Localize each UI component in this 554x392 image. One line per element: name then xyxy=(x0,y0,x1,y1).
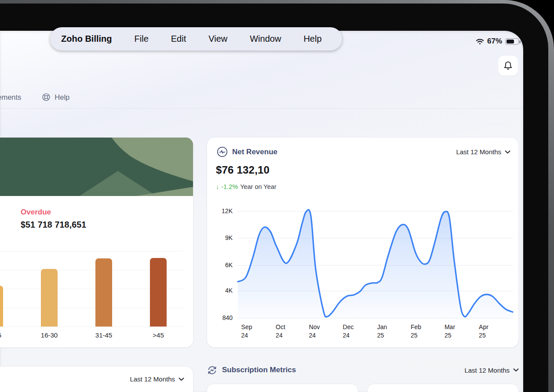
x-axis-label: Feb25 xyxy=(411,323,421,340)
aging-bar-label: 31-45 xyxy=(95,331,112,339)
aging-bar-label: >45 xyxy=(153,331,164,339)
menu-item[interactable]: File xyxy=(135,34,149,44)
y-axis-label: 4K xyxy=(210,287,233,294)
menu-bar: Zoho Billing FileEditViewWindowHelp xyxy=(50,27,342,51)
status-bar: 67% xyxy=(476,37,519,46)
chevron-down-icon xyxy=(179,377,184,381)
x-axis-label: Dec24 xyxy=(343,323,354,340)
menu-items: FileEditViewWindowHelp xyxy=(135,34,322,44)
battery-nub xyxy=(519,40,521,44)
receivables-banner-art xyxy=(0,138,193,196)
aging-bar xyxy=(150,258,167,327)
aging-bar-label: 1-15 xyxy=(0,331,1,339)
overdue-label: Overdue xyxy=(21,208,51,217)
device-mockup: 67% cements xyxy=(0,0,554,392)
aging-bar-label: 16-30 xyxy=(41,331,58,339)
aging-bar xyxy=(41,269,58,327)
overdue-amount: $51 718 718,651 xyxy=(21,220,86,230)
y-axis-label: 12K xyxy=(210,207,233,214)
x-axis-label: Jan25 xyxy=(377,323,387,340)
nav-item-clipped[interactable]: cements xyxy=(0,93,21,102)
subscription-metrics-header: Subscription Metrics Last 12 Months xyxy=(207,364,519,376)
menu-item[interactable]: Help xyxy=(303,34,321,44)
battery-icon xyxy=(505,38,519,45)
bottom-left-range-select[interactable]: Last 12 Months xyxy=(130,375,184,383)
x-axis-label: Apr25 xyxy=(479,323,488,340)
x-axis-label: Mar25 xyxy=(445,323,455,340)
x-axis-label: Oct24 xyxy=(276,323,285,340)
x-axis-label: Nov24 xyxy=(309,323,320,340)
subscription-card xyxy=(207,384,358,392)
net-revenue-card: Net Revenue Last 12 Months $76 132,10 ↓ … xyxy=(207,137,519,348)
menu-app-name[interactable]: Zoho Billing xyxy=(61,34,112,44)
bottom-left-card: Last 12 Months xyxy=(0,366,193,392)
menu-item[interactable]: Window xyxy=(250,34,281,44)
aging-bar xyxy=(0,286,3,327)
menu-item[interactable]: Edit xyxy=(171,34,186,44)
y-axis-label: 840 xyxy=(210,314,233,321)
bell-icon xyxy=(503,61,513,71)
net-revenue-area-chart xyxy=(207,138,519,347)
x-axis-label: Sep24 xyxy=(241,323,252,340)
receivables-card: Overdue $51 718 718,651 1-1516-3031-45>4… xyxy=(0,137,193,348)
nav-help-label: Help xyxy=(55,93,69,102)
top-nav: cements Help xyxy=(0,92,69,102)
wifi-icon xyxy=(476,38,484,45)
gridline xyxy=(0,251,183,251)
battery-percent-label: 67% xyxy=(487,37,502,46)
gridline xyxy=(0,327,183,327)
notifications-button[interactable] xyxy=(498,56,518,76)
nav-item-help[interactable]: Help xyxy=(41,92,69,102)
bottom-left-range-label: Last 12 Months xyxy=(130,375,175,383)
aging-bar-labels: 1-1516-3031-45>45 xyxy=(0,331,193,340)
aging-bar xyxy=(95,258,112,327)
menu-item[interactable]: View xyxy=(208,34,227,44)
nav-divider xyxy=(0,108,523,109)
subscription-range-label: Last 12 Months xyxy=(464,367,510,374)
subscription-card xyxy=(367,384,519,392)
chevron-down-icon xyxy=(513,368,519,372)
sync-pulse-icon xyxy=(207,365,218,376)
subscription-cards-row xyxy=(207,384,519,392)
screen: 67% cements xyxy=(0,31,523,392)
aging-bar-chart xyxy=(0,251,183,327)
y-axis-label: 6K xyxy=(210,261,233,269)
subscription-range-select[interactable]: Last 12 Months xyxy=(464,367,519,374)
subscription-metrics-title: Subscription Metrics xyxy=(222,366,296,374)
battery-fill xyxy=(507,40,514,44)
y-axis-label: 9K xyxy=(210,234,233,241)
subscription-metrics-section: Subscription Metrics Last 12 Months xyxy=(207,364,519,392)
lifebuoy-help-icon xyxy=(41,92,51,102)
